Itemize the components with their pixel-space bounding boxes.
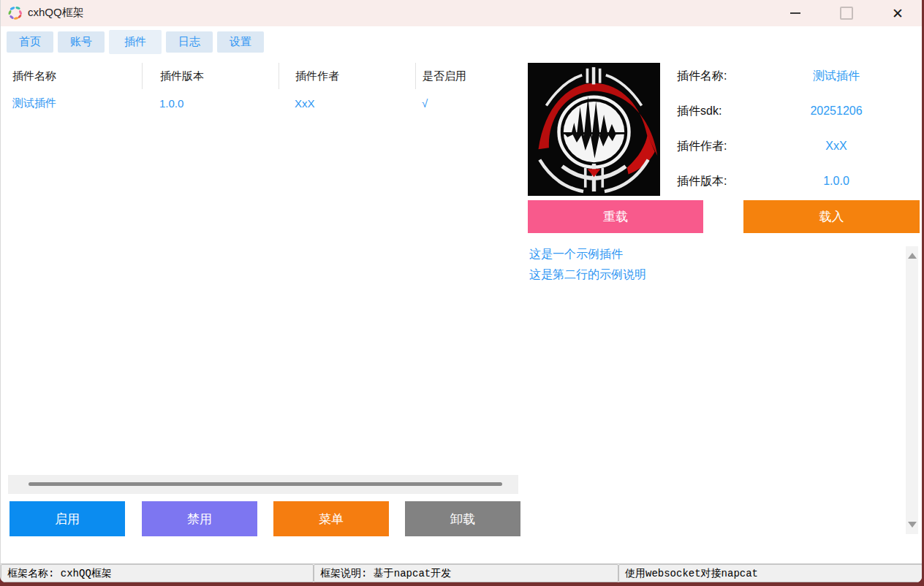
detail-value-sdk: 20251206 xyxy=(754,102,919,120)
tab-account[interactable]: 账号 xyxy=(58,31,105,53)
app-pinwheel-icon xyxy=(7,5,23,21)
tab-home[interactable]: 首页 xyxy=(7,31,53,53)
reload-button-label: 重载 xyxy=(603,208,628,225)
vertical-scrollbar[interactable] xyxy=(906,246,918,534)
reload-button[interactable]: 重载 xyxy=(528,200,703,233)
maximize-icon xyxy=(840,7,853,20)
tab-bar: 首页 账号 插件 日志 设置 xyxy=(7,30,264,54)
tab-home-label: 首页 xyxy=(19,35,41,49)
horizontal-scrollbar-thumb[interactable] xyxy=(29,482,502,486)
maximize-button[interactable] xyxy=(830,0,863,26)
unload-button-label: 卸载 xyxy=(450,511,475,528)
cell-plugin-author: XxX xyxy=(279,93,415,113)
horizontal-scrollbar[interactable] xyxy=(8,475,518,494)
disable-button[interactable]: 禁用 xyxy=(142,501,257,536)
detail-value-name: 测试插件 xyxy=(754,67,919,85)
minimize-icon xyxy=(790,12,800,14)
detail-value-author: XxX xyxy=(754,137,919,155)
tab-log-label: 日志 xyxy=(178,35,200,49)
menu-button[interactable]: 菜单 xyxy=(273,501,389,536)
load-button-label: 载入 xyxy=(819,208,844,225)
status-framework-name: 框架名称: cxhQQ框架 xyxy=(1,564,314,582)
plugin-table-header: 插件名称 插件版本 插件作者 是否启用 xyxy=(7,63,518,89)
minimize-button[interactable] xyxy=(779,0,812,26)
tab-settings[interactable]: 设置 xyxy=(217,31,264,53)
table-row[interactable]: 测试插件 1.0.0 XxX √ xyxy=(7,93,518,113)
plugin-description: 这是一个示例插件 这是第二行的示例说明 xyxy=(529,244,646,285)
tab-settings-label: 设置 xyxy=(230,35,251,49)
status-bar: 框架名称: cxhQQ框架 框架说明: 基于napcat开发 使用websock… xyxy=(1,563,922,582)
tab-log[interactable]: 日志 xyxy=(166,31,213,53)
load-button[interactable]: 载入 xyxy=(743,200,920,233)
cell-plugin-enabled: √ xyxy=(415,93,518,113)
plugin-logo-emblem xyxy=(528,63,660,196)
cell-plugin-version: 1.0.0 xyxy=(142,93,279,113)
window-title: cxhQQ框架 xyxy=(28,6,84,20)
close-button[interactable]: ✕ xyxy=(881,0,914,26)
disable-button-label: 禁用 xyxy=(187,511,212,528)
header-plugin-version: 插件版本 xyxy=(142,63,279,89)
scroll-up-icon[interactable] xyxy=(908,253,917,259)
tab-plugin-label: 插件 xyxy=(124,35,146,49)
app-window: cxhQQ框架 ✕ 首页 账号 插件 日志 设置 插件名称 插件版本 插件作者 … xyxy=(0,0,922,582)
detail-value-version: 1.0.0 xyxy=(754,172,919,190)
menu-button-label: 菜单 xyxy=(319,511,344,528)
description-line-2: 这是第二行的示例说明 xyxy=(529,265,646,285)
close-icon: ✕ xyxy=(892,7,904,20)
cell-plugin-name: 测试插件 xyxy=(7,93,142,113)
status-framework-desc: 框架说明: 基于napcat开发 xyxy=(314,564,618,582)
tab-account-label: 账号 xyxy=(70,35,92,49)
titlebar: cxhQQ框架 ✕ xyxy=(1,0,922,26)
header-plugin-author: 插件作者 xyxy=(279,63,415,89)
tab-plugin[interactable]: 插件 xyxy=(109,30,162,54)
unload-button[interactable]: 卸载 xyxy=(405,501,520,536)
status-connection-info: 使用websocket对接napcat xyxy=(618,564,922,582)
header-plugin-name: 插件名称 xyxy=(7,63,142,89)
enable-button-label: 启用 xyxy=(55,511,80,528)
scroll-down-icon[interactable] xyxy=(908,522,917,528)
description-line-1: 这是一个示例插件 xyxy=(529,244,646,265)
enable-button[interactable]: 启用 xyxy=(10,501,125,536)
header-plugin-enabled: 是否启用 xyxy=(415,63,518,89)
